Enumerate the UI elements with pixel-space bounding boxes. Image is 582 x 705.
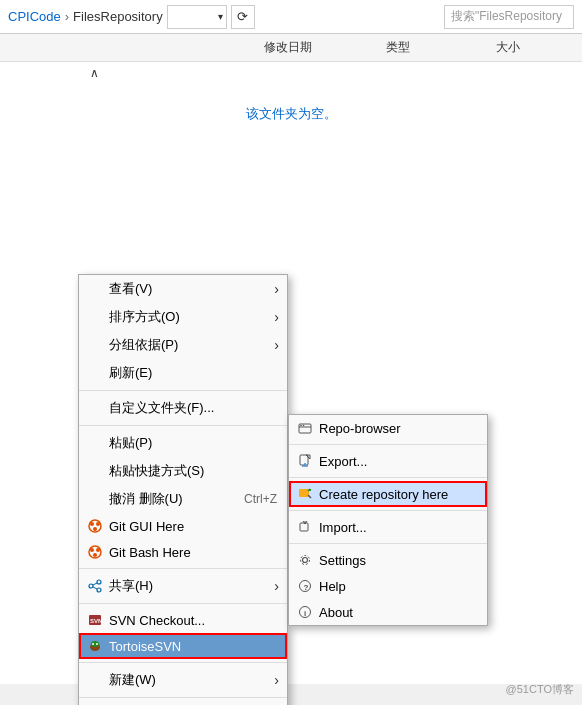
svg-point-6 — [96, 548, 100, 552]
import-icon — [297, 519, 313, 535]
svg-text:SVN: SVN — [90, 618, 102, 624]
help-icon: ? — [297, 578, 313, 594]
menu-item-refresh-label: 刷新(E) — [109, 364, 152, 382]
tortoise-svn-icon — [87, 638, 103, 654]
sub-menu-repo-browser-label: Repo-browser — [319, 421, 401, 436]
git-gui-icon — [87, 518, 103, 534]
menu-item-group-label: 分组依据(P) — [109, 336, 178, 354]
address-bar: CPICode › FilesRepository ▾ ⟳ 搜索"FilesRe… — [0, 0, 582, 34]
svg-line-11 — [93, 583, 97, 585]
svg-text:i: i — [304, 609, 306, 618]
up-arrow-icon[interactable]: ∧ — [90, 66, 99, 80]
menu-item-git-bash-label: Git Bash Here — [109, 545, 191, 560]
sub-menu-item-about[interactable]: i About — [289, 599, 487, 625]
svg-text:?: ? — [304, 583, 309, 592]
search-box[interactable]: 搜索"FilesRepository — [444, 5, 574, 29]
svg-point-18 — [96, 643, 98, 645]
col-size-header[interactable]: 大小 — [448, 39, 528, 56]
svg-point-36 — [303, 558, 308, 563]
watermark-text: @51CTO博客 — [506, 683, 574, 695]
create-repo-icon — [297, 486, 313, 502]
svg-rect-32 — [300, 523, 308, 531]
svn-checkout-icon: SVN — [87, 612, 103, 628]
about-icon: i — [297, 604, 313, 620]
sep1 — [79, 390, 287, 391]
menu-item-customize-label: 自定义文件夹(F)... — [109, 399, 214, 417]
menu-item-git-gui[interactable]: Git GUI Here — [79, 513, 287, 539]
col-date-label: 修改日期 — [264, 40, 312, 54]
svg-rect-27 — [299, 489, 309, 497]
share-icon — [87, 578, 103, 594]
sub-menu-item-settings[interactable]: Settings — [289, 547, 487, 573]
menu-item-paste-shortcut[interactable]: 粘贴快捷方式(S) — [79, 457, 287, 485]
column-headers: 修改日期 类型 大小 — [0, 34, 582, 62]
path-part-1[interactable]: CPICode — [8, 9, 61, 24]
svg-point-9 — [89, 584, 93, 588]
menu-item-group[interactable]: 分组依据(P) — [79, 331, 287, 359]
menu-item-sort[interactable]: 排序方式(O) — [79, 303, 287, 331]
col-date-header[interactable]: 修改日期 — [228, 39, 348, 56]
sub-menu-about-label: About — [319, 605, 353, 620]
path-part-2[interactable]: FilesRepository — [73, 9, 163, 24]
svg-line-12 — [93, 587, 97, 589]
search-placeholder: 搜索"FilesRepository — [451, 9, 562, 23]
menu-item-properties[interactable]: 属性(R) — [79, 701, 287, 705]
sub-menu-item-help[interactable]: ? Help — [289, 573, 487, 599]
menu-item-new[interactable]: 新建(W) — [79, 666, 287, 694]
sub-menu-item-import[interactable]: Import... — [289, 514, 487, 540]
menu-item-view[interactable]: 查看(V) — [79, 275, 287, 303]
menu-item-undo-shortcut: Ctrl+Z — [244, 492, 277, 506]
dropdown-arrow: ▾ — [218, 11, 223, 22]
sub-sep3 — [289, 510, 487, 511]
menu-item-paste-label: 粘贴(P) — [109, 434, 152, 452]
menu-item-undo-label: 撤消 删除(U) — [109, 490, 183, 508]
sub-menu-item-repo-browser[interactable]: Repo-browser — [289, 415, 487, 441]
sub-menu-item-create-repo[interactable]: Create repository here — [289, 481, 487, 507]
watermark: @51CTO博客 — [506, 682, 574, 697]
menu-item-share-label: 共享(H) — [109, 577, 153, 595]
sub-menu-item-export[interactable]: Export... — [289, 448, 487, 474]
menu-item-svn-checkout[interactable]: SVN SVN Checkout... — [79, 607, 287, 633]
refresh-icon: ⟳ — [237, 9, 248, 24]
address-path: CPICode › FilesRepository ▾ ⟳ — [8, 5, 438, 29]
sub-menu-create-repo-label: Create repository here — [319, 487, 448, 502]
sub-menu-settings-label: Settings — [319, 553, 366, 568]
menu-item-git-gui-label: Git GUI Here — [109, 519, 184, 534]
menu-item-view-label: 查看(V) — [109, 280, 152, 298]
menu-item-share[interactable]: 共享(H) — [79, 572, 287, 600]
path-dropdown[interactable]: ▾ — [167, 5, 227, 29]
menu-item-tortoise-svn[interactable]: TortoiseSVN — [79, 633, 287, 659]
menu-item-svn-checkout-label: SVN Checkout... — [109, 613, 205, 628]
svg-point-17 — [92, 643, 94, 645]
col-type-header[interactable]: 类型 — [348, 39, 448, 56]
sep6 — [79, 697, 287, 698]
sep5 — [79, 662, 287, 663]
context-menu: 查看(V) 排序方式(O) 分组依据(P) 刷新(E) 自定义文件夹(F)...… — [78, 274, 288, 705]
sep2 — [79, 425, 287, 426]
menu-item-paste[interactable]: 粘贴(P) — [79, 429, 287, 457]
refresh-button[interactable]: ⟳ — [231, 5, 255, 29]
settings-icon — [297, 552, 313, 568]
repo-browser-icon — [297, 420, 313, 436]
svg-point-22 — [303, 425, 305, 427]
svg-point-8 — [97, 580, 101, 584]
col-type-label: 类型 — [386, 40, 410, 54]
menu-item-sort-label: 排序方式(O) — [109, 308, 180, 326]
main-area: 查看(V) 排序方式(O) 分组依据(P) 刷新(E) 自定义文件夹(F)...… — [0, 144, 582, 684]
sub-context-menu: Repo-browser Export... — [288, 414, 488, 626]
menu-item-refresh[interactable]: 刷新(E) — [79, 359, 287, 387]
menu-item-customize[interactable]: 自定义文件夹(F)... — [79, 394, 287, 422]
menu-item-tortoise-svn-label: TortoiseSVN — [109, 639, 181, 654]
git-bash-icon — [87, 544, 103, 560]
svg-point-5 — [90, 548, 94, 552]
menu-item-undo[interactable]: 撤消 删除(U) Ctrl+Z — [79, 485, 287, 513]
empty-folder-message: 该文件夹为空。 — [0, 84, 582, 144]
menu-item-new-label: 新建(W) — [109, 671, 156, 689]
menu-item-git-bash[interactable]: Git Bash Here — [79, 539, 287, 565]
svg-point-21 — [300, 425, 302, 427]
svg-line-28 — [308, 495, 311, 498]
col-size-label: 大小 — [496, 40, 520, 54]
sub-menu-export-label: Export... — [319, 454, 367, 469]
path-separator: › — [65, 9, 69, 24]
sub-menu-help-label: Help — [319, 579, 346, 594]
